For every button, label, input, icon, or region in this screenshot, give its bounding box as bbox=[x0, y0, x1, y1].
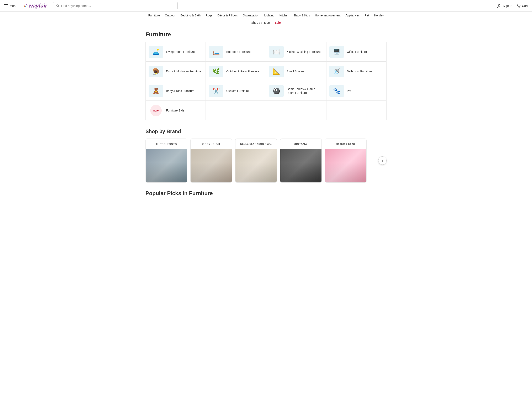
category-bathroom[interactable]: 🚿 Bathroom Furniture bbox=[326, 62, 386, 81]
user-icon bbox=[497, 4, 502, 8]
nav-rugs[interactable]: Rugs bbox=[206, 14, 212, 17]
brand-greyleigh-logo: GREYLEIGH bbox=[190, 139, 232, 149]
brand-section: Shop by Brand THREE POSTS GREYLEIGH bbox=[145, 129, 387, 183]
nav-shop-by-room[interactable]: Shop by Room bbox=[251, 21, 271, 24]
svg-marker-0 bbox=[26, 4, 28, 5]
outdoor-patio-label: Outdoor & Patio Furniture bbox=[226, 69, 260, 73]
hamburger-icon bbox=[4, 4, 8, 7]
brand-three-posts-logo: THREE POSTS bbox=[146, 139, 187, 149]
category-custom[interactable]: ✂️ Custom Furniture bbox=[206, 81, 266, 100]
game-tables-icon: 🎱 bbox=[269, 85, 284, 97]
nav-baby[interactable]: Baby & Kids bbox=[294, 14, 310, 17]
svg-point-8 bbox=[518, 7, 518, 8]
category-pet[interactable]: 🐾 Pet bbox=[326, 81, 386, 100]
furniture-title: Furniture bbox=[145, 31, 387, 38]
category-bedroom[interactable]: 🛏️ Bedroom Furniture bbox=[206, 42, 266, 61]
category-outdoor-patio[interactable]: 🌿 Outdoor & Patio Furniture bbox=[206, 62, 266, 81]
nav-sale[interactable]: Sale bbox=[275, 21, 281, 24]
nav-home-improvement[interactable]: Home Improvement bbox=[315, 14, 340, 17]
menu-button[interactable]: Menu bbox=[4, 4, 18, 8]
svg-marker-3 bbox=[24, 6, 25, 7]
bathroom-label: Bathroom Furniture bbox=[347, 69, 372, 73]
furniture-grid: 🛋️ Living Room Furniture 🛏️ Bedroom Furn… bbox=[145, 42, 387, 120]
brand-three-posts[interactable]: THREE POSTS bbox=[145, 139, 187, 183]
bedroom-icon: 🛏️ bbox=[209, 46, 223, 58]
nav-appliances[interactable]: Appliances bbox=[345, 14, 360, 17]
nav-decor[interactable]: Décor & Pillows bbox=[217, 14, 238, 17]
brand-mistana[interactable]: MISTANA· bbox=[280, 139, 322, 183]
small-spaces-label: Small Spaces bbox=[286, 69, 304, 73]
search-input[interactable] bbox=[61, 4, 175, 8]
carousel-next-button[interactable]: › bbox=[378, 156, 387, 165]
cart-button[interactable]: Cart bbox=[516, 4, 528, 8]
nav-outdoor[interactable]: Outdoor bbox=[165, 14, 175, 17]
office-label: Office Furniture bbox=[347, 50, 367, 54]
brand-title: Shop by Brand bbox=[145, 129, 387, 134]
kitchen-dining-label: Kitchen & Dining Furniture bbox=[286, 50, 321, 54]
sign-in-label: Sign In bbox=[503, 4, 513, 8]
baby-kids-label: Baby & Kids Furniture bbox=[166, 89, 194, 93]
nav-furniture[interactable]: Furniture bbox=[148, 14, 160, 17]
nav-organization[interactable]: Organization bbox=[243, 14, 259, 17]
small-spaces-icon: 📐 bbox=[269, 66, 284, 77]
nav-bedding[interactable]: Bedding & Bath bbox=[180, 14, 200, 17]
furniture-section: Furniture 🛋️ Living Room Furniture 🛏️ Be… bbox=[145, 31, 387, 120]
living-room-label: Living Room Furniture bbox=[166, 50, 195, 54]
category-game-tables[interactable]: 🎱 Game Tables & Game Room Furniture bbox=[266, 81, 326, 100]
brand-kelly-clarkson-logo: KELLY/CLARKSON home bbox=[236, 139, 277, 149]
brand-greyleigh[interactable]: GREYLEIGH bbox=[190, 139, 232, 183]
bedroom-label: Bedroom Furniture bbox=[226, 50, 251, 54]
living-room-icon: 🛋️ bbox=[149, 46, 163, 58]
search-icon bbox=[56, 4, 59, 8]
custom-icon: ✂️ bbox=[209, 85, 223, 97]
brands-carousel: THREE POSTS GREYLEIGH KELLY/CLARKSON hom… bbox=[145, 139, 387, 183]
brands-row: THREE POSTS GREYLEIGH KELLY/CLARKSON hom… bbox=[145, 139, 387, 183]
nav-kitchen[interactable]: Kitchen bbox=[279, 14, 289, 17]
office-icon: 🖥️ bbox=[329, 46, 344, 58]
furniture-sale-label: Furniture Sale bbox=[166, 109, 184, 112]
secondary-nav: Shop by Room Sale bbox=[0, 19, 532, 26]
popular-picks-section: Popular Picks in Furniture bbox=[145, 190, 387, 197]
nav-lighting[interactable]: Lighting bbox=[264, 14, 274, 17]
sign-in-button[interactable]: Sign In bbox=[497, 4, 513, 8]
svg-line-6 bbox=[58, 6, 59, 7]
cart-label: Cart bbox=[522, 4, 528, 8]
main-content: Furniture 🛋️ Living Room Furniture 🛏️ Be… bbox=[141, 26, 391, 202]
brand-mistana-logo: MISTANA· bbox=[280, 139, 322, 149]
brand-hashtag-home[interactable]: Hashtag home bbox=[325, 139, 367, 183]
nav-holiday[interactable]: Holiday bbox=[374, 14, 384, 17]
brand-kelly-clarkson[interactable]: KELLY/CLARKSON home bbox=[235, 139, 277, 183]
category-entry-mudroom[interactable]: 🪤 Entry & Mudroom Furniture bbox=[146, 62, 206, 81]
popular-picks-title: Popular Picks in Furniture bbox=[145, 190, 387, 197]
brand-hashtag-home-image bbox=[325, 149, 367, 182]
brand-three-posts-image bbox=[146, 149, 187, 182]
category-furniture-sale[interactable]: Sale Furniture Sale bbox=[146, 101, 206, 120]
logo[interactable]: wayfair bbox=[23, 2, 48, 9]
svg-marker-4 bbox=[25, 6, 27, 7]
category-kitchen-dining[interactable]: 🍽️ Kitchen & Dining Furniture bbox=[266, 42, 326, 61]
logo-icon bbox=[23, 3, 29, 9]
category-living-room[interactable]: 🛋️ Living Room Furniture bbox=[146, 42, 206, 61]
baby-kids-icon: 🧸 bbox=[149, 85, 163, 97]
entry-mudroom-icon: 🪤 bbox=[149, 66, 163, 77]
category-office[interactable]: 🖥️ Office Furniture bbox=[326, 42, 386, 61]
main-nav: Furniture Outdoor Bedding & Bath Rugs Dé… bbox=[0, 12, 532, 19]
pet-icon: 🐾 bbox=[329, 85, 344, 97]
nav-pet[interactable]: Pet bbox=[365, 14, 369, 17]
entry-mudroom-label: Entry & Mudroom Furniture bbox=[166, 69, 201, 73]
category-baby-kids[interactable]: 🧸 Baby & Kids Furniture bbox=[146, 81, 206, 100]
kitchen-dining-icon: 🍽️ bbox=[269, 46, 284, 58]
category-small-spaces[interactable]: 📐 Small Spaces bbox=[266, 62, 326, 81]
svg-marker-2 bbox=[27, 5, 28, 6]
brand-kelly-clarkson-image bbox=[236, 149, 277, 182]
svg-point-9 bbox=[519, 7, 520, 8]
custom-label: Custom Furniture bbox=[226, 89, 249, 93]
logo-text: wayfair bbox=[29, 2, 48, 9]
menu-label: Menu bbox=[10, 4, 18, 8]
svg-marker-1 bbox=[24, 5, 25, 6]
chevron-right-icon: › bbox=[382, 158, 383, 163]
search-bar bbox=[53, 2, 178, 9]
brand-hashtag-home-logo: Hashtag home bbox=[325, 139, 366, 149]
brand-greyleigh-image bbox=[190, 149, 232, 182]
outdoor-patio-icon: 🌿 bbox=[209, 66, 223, 77]
